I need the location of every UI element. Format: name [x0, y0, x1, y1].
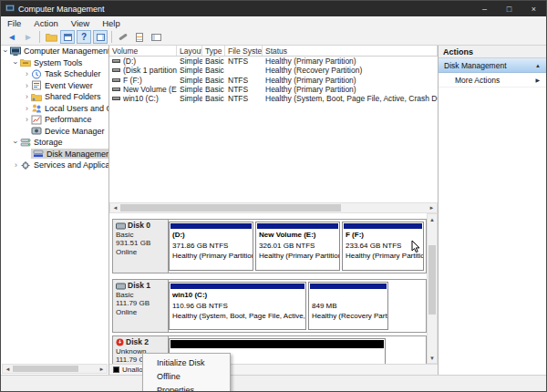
scroll-left-icon[interactable]: ◄ [3, 366, 13, 372]
tree-item-performance[interactable]: › Performance [1, 114, 108, 126]
status-bar [1, 375, 546, 391]
graph-vertical-scrollbar[interactable]: ▲ ▼ [427, 213, 438, 364]
forward-icon[interactable]: ► [21, 30, 36, 44]
actions-group-disk-management[interactable]: Disk Management ▲ [439, 58, 546, 73]
scrollbar-thumb[interactable] [428, 245, 436, 315]
users-icon [31, 103, 42, 113]
volume-list-header: Volume Layout Type File System Status [109, 46, 438, 57]
chevron-right-icon[interactable]: › [23, 81, 31, 90]
disk0-label[interactable]: Disk 0 Basic 931.51 GB Online [113, 220, 169, 273]
volume-icon [112, 88, 120, 91]
tree-item-event-viewer[interactable]: › Event Viewer [1, 80, 108, 92]
volume-icon [112, 68, 120, 72]
panel-layout-icon[interactable] [149, 30, 163, 44]
tree-item-system-tools[interactable]: › System Tools [1, 57, 108, 69]
recovery-partition-stripe [310, 284, 387, 289]
primary-partition-stripe [170, 223, 252, 229]
tree-horizontal-scrollbar[interactable]: ◄ ► [2, 364, 108, 374]
minimize-button[interactable]: – [472, 1, 497, 16]
volume-row[interactable]: New Volume (E:) Simple Basic NTFS Health… [109, 85, 438, 94]
primary-partition-stripe [170, 284, 304, 289]
chevron-down-icon[interactable]: › [12, 138, 20, 147]
tree-item-task-scheduler[interactable]: › Task Scheduler [1, 68, 108, 80]
volume-icon [112, 97, 120, 100]
tree-item-computer-management[interactable]: › Computer Management (Local [1, 46, 108, 57]
partition-d[interactable]: (D:) 371.86 GB NTFS Healthy (Primary Par… [169, 222, 253, 271]
maximize-button[interactable]: □ [497, 1, 521, 16]
back-icon[interactable]: ◄ [5, 30, 19, 44]
menu-view[interactable]: View [65, 18, 96, 28]
menu-help[interactable]: Help [96, 18, 127, 28]
menu-item-properties[interactable]: Properties [143, 383, 230, 392]
unallocated-stripe [170, 340, 384, 348]
scrollbar-thumb[interactable] [120, 204, 341, 211]
tree-item-services-and-applications[interactable]: › Services and Applications [1, 160, 108, 171]
tree-item-storage[interactable]: › Storage [1, 137, 108, 149]
scroll-up-icon[interactable]: ▲ [429, 214, 435, 224]
show-console-window-icon[interactable] [60, 30, 75, 44]
selected-tree-item: Disk Management [31, 149, 108, 159]
volume-row[interactable]: (D:) Simple Basic NTFS Healthy (Primary … [109, 57, 438, 66]
console-tree-folder-icon[interactable] [44, 30, 58, 44]
column-file-system[interactable]: File System [225, 46, 263, 56]
tree-item-label: Disk Management [46, 150, 108, 159]
tree-item-device-manager[interactable]: Device Manager [1, 126, 108, 138]
action-pane-icon[interactable] [93, 30, 108, 44]
column-layout[interactable]: Layout [177, 46, 202, 56]
scroll-down-icon[interactable]: ▼ [429, 353, 435, 363]
column-type[interactable]: Type [202, 46, 225, 56]
disk2-context-menu: Initialize Disk Offline Properties [142, 353, 231, 392]
disk-icon [116, 222, 126, 230]
tree-item-label: Performance [45, 115, 92, 124]
unallocated-legend-swatch [113, 366, 119, 373]
chevron-right-icon[interactable]: › [12, 160, 20, 170]
tree-item-label: Task Scheduler [45, 69, 101, 78]
window-title: Computer Management [18, 5, 105, 14]
wrench-icon[interactable] [116, 30, 130, 44]
volume-row[interactable]: F (F:) Simple Basic NTFS Healthy (Primar… [109, 76, 438, 85]
menu-file[interactable]: File [1, 18, 27, 28]
collapse-icon[interactable]: ▲ [535, 63, 541, 68]
scroll-right-icon[interactable]: ► [427, 205, 437, 211]
chevron-right-icon[interactable]: › [23, 69, 31, 78]
primary-partition-stripe [257, 223, 338, 229]
partition-c[interactable]: win10 (C:) 110.96 GB NTFS Healthy (Syste… [169, 282, 306, 330]
chevron-right-icon[interactable]: › [23, 115, 31, 124]
chevron-right-icon[interactable]: › [23, 104, 31, 113]
disk1-label[interactable]: Disk 1 Basic 111.79 GB Online [113, 280, 169, 332]
menu-item-initialize-disk[interactable]: Initialize Disk [143, 356, 230, 369]
chevron-down-icon[interactable]: › [2, 46, 10, 56]
scrollbar-thumb[interactable] [13, 366, 78, 372]
column-volume[interactable]: Volume [109, 46, 177, 56]
more-actions-item[interactable]: More Actions ▶ [439, 73, 546, 88]
tree-item-shared-folders[interactable]: › Shared Folders [1, 91, 108, 103]
partition-e[interactable]: New Volume (E:) 326.01 GB NTFS Healthy (… [255, 222, 340, 271]
device-manager-icon [31, 126, 42, 136]
document-icon[interactable] [132, 30, 147, 44]
tree-item-local-users-and-groups[interactable]: › Local Users and Groups [1, 103, 108, 115]
menu-action[interactable]: Action [27, 18, 64, 28]
folder-icon [46, 32, 57, 42]
volume-row[interactable]: (Disk 1 partition 2) Simple Basic Health… [109, 66, 438, 75]
partition-recovery[interactable]: 849 MB Healthy (Recovery Partiti [308, 282, 388, 330]
disk-icon [116, 283, 126, 290]
chevron-down-icon[interactable]: › [12, 58, 20, 67]
scroll-left-icon[interactable]: ◄ [110, 205, 120, 211]
volume-list: (D:) Simple Basic NTFS Healthy (Primary … [109, 57, 438, 103]
scroll-right-icon[interactable]: ► [97, 366, 107, 372]
tree-item-label: Device Manager [45, 127, 105, 136]
volume-row[interactable]: win10 (C:) Simple Basic NTFS Healthy (Sy… [109, 94, 438, 103]
tree-item-disk-management[interactable]: Disk Management [1, 149, 108, 160]
help-icon[interactable]: ? [77, 30, 91, 44]
window-icon [64, 34, 72, 41]
tree-item-label: Local Users and Groups [45, 104, 108, 113]
column-status[interactable]: Status [263, 46, 438, 56]
close-button[interactable]: × [521, 1, 546, 16]
toolbar-separator [39, 31, 40, 43]
menu-item-offline[interactable]: Offline [143, 369, 230, 383]
services-icon [20, 160, 31, 170]
unknown-disk-icon [116, 338, 124, 346]
submenu-arrow-icon: ▶ [535, 77, 540, 83]
volume-list-horizontal-scrollbar[interactable]: ◄ ► [109, 202, 438, 213]
chevron-right-icon[interactable]: › [23, 92, 31, 101]
